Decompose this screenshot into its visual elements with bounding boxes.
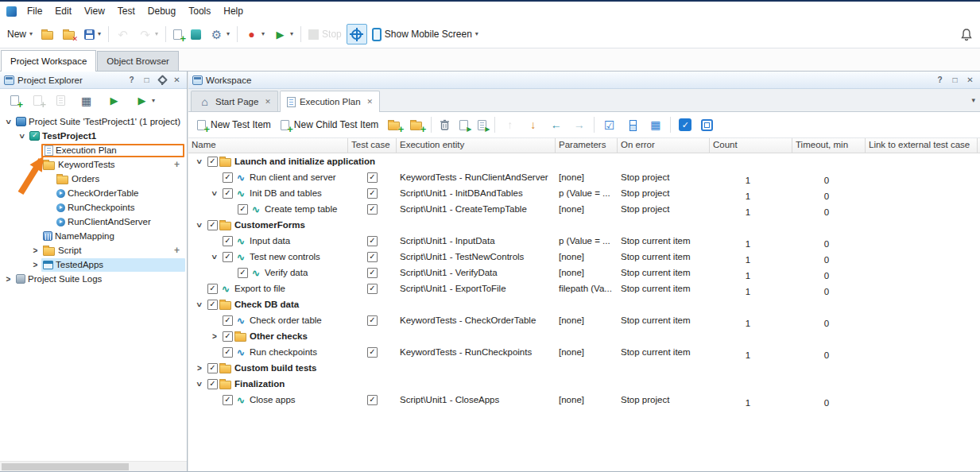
cell-parameters[interactable]: [none] <box>556 201 618 217</box>
close-button[interactable] <box>59 26 79 43</box>
menu-edit[interactable]: Edit <box>48 3 78 19</box>
tree-item-project-suite-testproject1-1-project[interactable]: Project Suite 'TestProject1' (1 project) <box>0 114 187 129</box>
menu-view[interactable]: View <box>78 3 111 19</box>
test-case-checkbox[interactable] <box>367 315 378 326</box>
group-row-launch-and-initialize-application[interactable]: Launch and initialize application <box>188 153 980 169</box>
test-case-checkbox[interactable] <box>367 188 378 199</box>
check-all-button[interactable] <box>598 115 620 135</box>
save-button[interactable]: ▾ <box>80 26 105 43</box>
menu-help[interactable]: Help <box>217 3 250 19</box>
cell-external-link[interactable] <box>867 392 979 408</box>
cell-external-link[interactable] <box>867 344 979 360</box>
cell-external-link[interactable] <box>867 312 979 328</box>
cell-execution-entity[interactable]: Script\Unit1 - VerifyData <box>397 265 556 280</box>
tree-item-namemapping[interactable]: NameMapping <box>0 229 187 243</box>
cell-on-error[interactable]: Stop current item <box>618 265 710 280</box>
cell-count[interactable]: 1 <box>711 233 793 249</box>
dock-icon[interactable]: □ <box>949 74 961 86</box>
cell-external-link[interactable] <box>867 233 979 249</box>
test-item-row-test-new-controls[interactable]: Test new controlsScript\Unit1 - TestNewC… <box>188 249 980 265</box>
cell-parameters[interactable]: filepath (Va... <box>556 280 618 296</box>
cell-execution-entity[interactable]: KeywordTests - RunCheckpoints <box>397 344 556 360</box>
object-spy-toggle[interactable] <box>347 24 367 44</box>
cell-count[interactable]: 1 <box>711 185 793 201</box>
dock-icon[interactable]: □ <box>141 74 153 86</box>
tree-item-testedapps[interactable]: TestedApps <box>0 257 187 272</box>
close-icon[interactable]: ✕ <box>964 74 976 86</box>
cell-execution-entity[interactable]: KeywordTests - RunClientAndServer <box>397 169 556 185</box>
test-case-checkbox[interactable] <box>367 204 378 215</box>
group-row-customerforms[interactable]: CustomerForms <box>188 217 980 233</box>
cell-external-link[interactable] <box>867 201 979 217</box>
enabled-checkbox[interactable] <box>238 268 248 278</box>
cell-on-error[interactable]: Stop current item <box>618 249 710 265</box>
close-icon[interactable]: ✕ <box>367 98 374 106</box>
cell-external-link[interactable] <box>867 280 979 296</box>
tree-item-execution-plan[interactable]: Execution Plan <box>0 143 187 157</box>
expand-toggle[interactable] <box>193 378 206 389</box>
cell-parameters[interactable]: p (Value = ... <box>556 185 618 201</box>
run-button[interactable]: ▾ <box>269 25 297 44</box>
tree-item-orders[interactable]: Orders <box>0 172 187 186</box>
organize-button[interactable]: ▾ <box>206 25 234 44</box>
cell-timeout[interactable]: 0 <box>794 392 867 408</box>
check-group-button[interactable] <box>645 115 666 135</box>
run-focused-button[interactable] <box>474 117 490 133</box>
menu-test[interactable]: Test <box>111 3 141 19</box>
cell-parameters[interactable]: [none] <box>556 312 618 328</box>
group-row-check-db-data[interactable]: Check DB data <box>188 296 980 312</box>
cell-count[interactable]: 1 <box>711 201 793 217</box>
enabled-checkbox[interactable] <box>223 347 233 358</box>
cell-count[interactable]: 1 <box>711 392 793 408</box>
test-case-checkbox[interactable] <box>367 252 378 262</box>
menu-tools[interactable]: Tools <box>182 3 217 19</box>
cell-execution-entity[interactable]: Script\Unit1 - InitDBAndTables <box>397 185 556 201</box>
cell-count[interactable]: 1 <box>711 344 793 360</box>
mark-test-case-button[interactable] <box>675 115 695 134</box>
enabled-checkbox[interactable] <box>223 315 233 326</box>
test-item-row-close-apps[interactable]: Close appsScript\Unit1 - CloseApps[none]… <box>188 392 980 408</box>
add-new-item-button[interactable] <box>169 26 186 43</box>
tab-project-workspace[interactable]: Project Workspace <box>1 50 96 72</box>
help-icon[interactable]: ? <box>126 74 138 86</box>
group-row-custom-build-tests[interactable]: Custom build tests <box>188 360 980 376</box>
test-case-checkbox[interactable] <box>367 268 378 278</box>
test-item-row-verify-data[interactable]: Verify dataScript\Unit1 - VerifyData[non… <box>188 265 980 280</box>
test-case-checkbox[interactable] <box>367 347 378 358</box>
pin-icon[interactable] <box>156 74 168 86</box>
cell-external-link[interactable] <box>867 265 979 280</box>
new-button[interactable]: New ▾ <box>3 25 37 43</box>
horizontal-scrollbar[interactable] <box>0 461 187 471</box>
tree-item-runclientandserver[interactable]: RunClientAndServer <box>0 215 187 229</box>
cell-timeout[interactable]: 0 <box>794 201 867 217</box>
enabled-checkbox[interactable] <box>223 188 233 199</box>
test-case-checkbox[interactable] <box>367 284 378 294</box>
move-left-button[interactable] <box>545 115 567 135</box>
expand-toggle[interactable] <box>193 219 206 230</box>
cell-execution-entity[interactable]: KeywordTests - CheckOrderTable <box>397 312 556 328</box>
expand-toggle[interactable] <box>208 188 221 199</box>
tree-item-testproject1[interactable]: TestProject1 <box>0 129 187 143</box>
cell-external-link[interactable] <box>867 169 979 185</box>
pe-run-project-button[interactable] <box>103 91 125 110</box>
cell-timeout[interactable]: 0 <box>794 169 867 185</box>
show-mobile-screen-button[interactable]: Show Mobile Screen ▾ <box>368 25 482 44</box>
doc-tab-execution-plan[interactable]: Execution Plan✕ <box>280 91 380 112</box>
expand-toggle[interactable] <box>29 159 41 170</box>
cell-parameters[interactable]: [none] <box>556 249 618 265</box>
open-button[interactable] <box>37 26 58 43</box>
enabled-checkbox[interactable] <box>207 157 218 167</box>
cell-timeout[interactable]: 0 <box>794 312 867 328</box>
test-case-checkbox[interactable] <box>367 172 378 183</box>
cell-count[interactable]: 1 <box>711 249 793 265</box>
cell-on-error[interactable]: Stop current item <box>618 344 710 360</box>
cell-on-error[interactable]: Stop project <box>618 169 710 185</box>
new-group-button[interactable] <box>384 117 405 133</box>
enabled-checkbox[interactable] <box>223 331 233 342</box>
test-item-row-export-to-file[interactable]: Export to fileScript\Unit1 - ExportToFil… <box>188 280 980 296</box>
expand-toggle[interactable] <box>208 251 221 262</box>
add-existing-item-button[interactable] <box>187 26 205 43</box>
enabled-checkbox[interactable] <box>207 284 218 294</box>
cell-on-error[interactable]: Stop project <box>618 185 710 201</box>
test-item-row-run-client-and-server[interactable]: Run client and serverKeywordTests - RunC… <box>188 169 980 185</box>
